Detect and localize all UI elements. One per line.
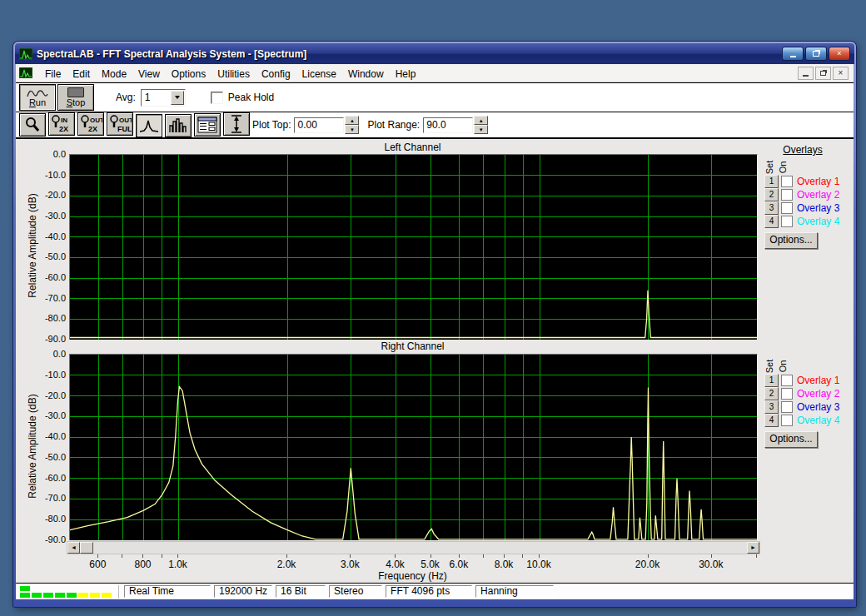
display-options-button[interactable] (194, 113, 221, 137)
overlay-set-button-1[interactable]: 1 (764, 374, 779, 387)
scroll-right-icon[interactable]: ► (747, 542, 759, 554)
mdi-restore-button[interactable] (815, 67, 831, 80)
meter-segment (20, 593, 30, 598)
bar-plot-mode-button[interactable] (165, 114, 192, 137)
overlay-on-checkbox-3[interactable] (781, 202, 793, 214)
stop-button[interactable]: Stop (57, 84, 94, 111)
left-y-tick: 0.0 (29, 149, 66, 159)
maximize-button[interactable] (805, 47, 827, 61)
menu-mode[interactable]: Mode (96, 67, 132, 82)
overlay-on-checkbox-2[interactable] (781, 388, 793, 400)
zoom-cursor-button[interactable] (19, 113, 46, 137)
overlay-set-button-2[interactable]: 2 (764, 387, 779, 400)
menu-window[interactable]: Window (342, 67, 390, 82)
zoom-in-2x-icon: IN2X (50, 114, 73, 134)
overlay-on-checkbox-3[interactable] (781, 401, 793, 413)
menu-edit[interactable]: Edit (67, 67, 96, 82)
x-tick-label: 800 (134, 559, 151, 570)
avg-value: 1 (142, 92, 171, 103)
right-y-tick: -70.0 (29, 493, 66, 503)
scrollbar-thumb[interactable] (80, 542, 93, 554)
overlay-row: 3Overlay 3 (764, 400, 839, 414)
overlay-set-button-3[interactable]: 3 (764, 400, 779, 414)
menu-file[interactable]: File (39, 67, 67, 82)
left-channel-plot[interactable] (69, 154, 758, 340)
status-panel: Stereo (329, 585, 382, 598)
mdi-close-button[interactable]: × (833, 67, 849, 80)
close-button[interactable]: × (829, 47, 850, 61)
overlay-options-button[interactable]: Options... (764, 431, 818, 448)
menu-utilities[interactable]: Utilities (212, 67, 256, 82)
menu-bar: FileEditModeViewOptionsUtilitiesConfigLi… (16, 64, 854, 82)
menu-config[interactable]: Config (256, 67, 296, 82)
overlay-on-checkbox-4[interactable] (781, 216, 793, 227)
left-y-tick: -60.0 (29, 272, 66, 282)
menu-view[interactable]: View (132, 67, 166, 82)
meter-row (20, 586, 118, 591)
menu-options[interactable]: Options (166, 67, 212, 82)
overlay-on-checkbox-1[interactable] (781, 176, 793, 187)
overlay-set-button-3[interactable]: 3 (764, 201, 779, 215)
x-tick-label: 10.0k (526, 559, 550, 570)
spin-up-icon[interactable]: ▲ (345, 116, 359, 125)
right-y-axis-label: Relative Amplitude (dB) (27, 388, 38, 504)
scrollbar-track[interactable] (93, 542, 747, 554)
run-button[interactable]: Run (19, 84, 56, 111)
left-y-axis-label: Relative Amplitude (dB) (27, 187, 38, 304)
x-tick-mark (431, 554, 431, 558)
overlay-set-button-2[interactable]: 2 (764, 188, 779, 201)
left-y-tick: -30.0 (29, 211, 66, 221)
overlay-set-button-4[interactable]: 4 (764, 215, 779, 228)
zoom-cursor-icon (22, 116, 42, 134)
spin-up-icon[interactable]: ▲ (474, 116, 488, 125)
meter-segment (90, 593, 100, 598)
plot-top-input[interactable] (294, 117, 344, 133)
x-tick-label: 30.0k (699, 559, 723, 570)
menu-license[interactable]: License (296, 67, 342, 82)
document-icon[interactable] (19, 67, 32, 78)
meter-row (20, 593, 118, 598)
zoom-in-2x-button[interactable]: IN2X (48, 112, 75, 136)
x-tick-mark (483, 554, 484, 558)
peak-hold-checkbox[interactable] (211, 92, 223, 104)
x-tick-label: 600 (89, 559, 106, 570)
overlay-set-button-1[interactable]: 1 (764, 175, 779, 188)
spin-down-icon[interactable]: ▼ (474, 125, 488, 134)
overlay-label: Overlay 2 (797, 388, 839, 400)
status-panel: 16 Bit (276, 585, 326, 598)
minimize-button[interactable] (782, 47, 804, 61)
amplitude-range-button[interactable] (223, 112, 250, 136)
left-y-tick: -10.0 (29, 170, 66, 180)
zoom-out-full-icon: OUTFULL (108, 114, 132, 134)
right-channel-plot[interactable] (69, 354, 758, 540)
scroll-left-icon[interactable]: ◄ (67, 542, 80, 554)
x-tick-mark (539, 554, 540, 558)
menu-help[interactable]: Help (390, 67, 422, 82)
left-y-tick: -20.0 (29, 190, 66, 200)
spin-down-icon[interactable]: ▼ (345, 125, 359, 134)
overlay-on-checkbox-4[interactable] (781, 415, 793, 426)
zoom-out-full-button[interactable]: OUTFULL (107, 112, 133, 136)
overlay-set-button-4[interactable]: 4 (764, 414, 779, 427)
x-tick-mark (648, 554, 649, 558)
plot-range-input[interactable] (423, 117, 473, 133)
meter-segment (78, 593, 88, 598)
combo-dropdown-icon[interactable] (171, 91, 184, 105)
overlay-row: 2Overlay 2 (764, 387, 839, 400)
x-axis-label: Frequency (Hz) (69, 570, 756, 582)
x-tick-mark (756, 554, 757, 558)
overlay-on-checkbox-1[interactable] (781, 375, 793, 386)
overlay-label: Overlay 3 (797, 401, 839, 413)
overlay-options-button[interactable]: Options... (764, 232, 818, 249)
frequency-scrollbar[interactable]: ◄► (67, 541, 760, 554)
zoom-out-2x-button[interactable]: OUT2X (77, 112, 104, 136)
mdi-minimize-button[interactable] (798, 67, 814, 80)
amplitude-range-icon (229, 114, 244, 134)
plot-top-spinner[interactable]: ▲ ▼ (345, 116, 359, 134)
avg-combobox[interactable]: 1 (141, 89, 186, 107)
right-y-tick: -20.0 (29, 390, 66, 400)
plot-range-spinner[interactable]: ▲ ▼ (474, 116, 488, 134)
title-bar[interactable]: SpectraLAB - FFT Spectral Analysis Syste… (15, 43, 854, 64)
line-plot-mode-button[interactable] (136, 114, 162, 137)
overlay-on-checkbox-2[interactable] (781, 189, 793, 201)
